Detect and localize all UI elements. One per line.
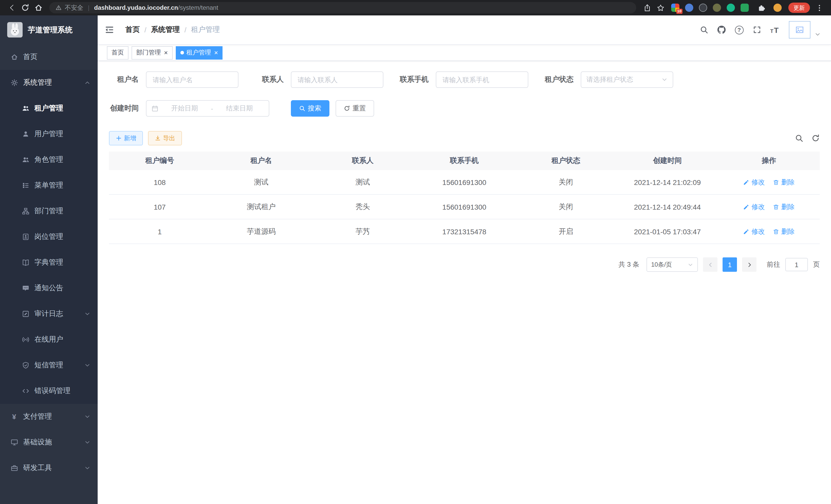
extension-icon-blue[interactable] xyxy=(685,4,693,12)
sidebar-item-error-code[interactable]: 错误码管理 xyxy=(0,378,98,404)
bookmark-star-icon[interactable] xyxy=(654,1,667,14)
edit-link[interactable]: 修改 xyxy=(743,178,765,187)
tab-home[interactable]: 首页 xyxy=(107,46,128,59)
extension-icon-teal-square[interactable] xyxy=(741,4,749,12)
address-bar[interactable]: 不安全 | dashboard.yudao.iocoder.cn/system/… xyxy=(49,2,636,13)
browser-refresh-icon[interactable] xyxy=(19,1,32,14)
column-header: 联系手机 xyxy=(413,152,515,170)
header-actions: ? TT xyxy=(700,21,821,38)
url-text: dashboard.yudao.iocoder.cn/system/tenant xyxy=(94,4,218,11)
extensions-puzzle-icon[interactable] xyxy=(754,1,768,14)
search-icon xyxy=(299,105,305,112)
page-size-value: 10条/页 xyxy=(651,260,672,269)
tab-dept[interactable]: 部门管理× xyxy=(132,46,172,59)
sidebar-item-user[interactable]: 用户管理 xyxy=(0,121,98,147)
breadcrumb-home[interactable]: 首页 xyxy=(125,25,140,34)
sidebar-item-online-user[interactable]: 在线用户 xyxy=(0,327,98,352)
tab-close-icon[interactable]: × xyxy=(164,49,168,56)
toolbar-right xyxy=(795,134,820,142)
sidebar-item-payment[interactable]: ¥ 支付管理 xyxy=(0,404,98,429)
export-button[interactable]: 导出 xyxy=(148,131,182,145)
tab-tenant[interactable]: 租户管理× xyxy=(175,46,223,59)
github-icon[interactable] xyxy=(717,26,725,34)
fullscreen-icon[interactable] xyxy=(753,26,761,34)
chevron-down-icon xyxy=(84,414,90,420)
extension-icon-colorful[interactable]: 10 xyxy=(671,4,679,12)
sidebar-item-dict[interactable]: 字典管理 xyxy=(0,250,98,275)
help-icon[interactable]: ? xyxy=(735,25,743,34)
search-button[interactable]: 搜索 xyxy=(291,100,329,117)
share-icon[interactable] xyxy=(640,1,654,14)
user-menu-caret-icon[interactable] xyxy=(814,31,821,37)
chevron-up-icon xyxy=(84,80,90,86)
header-search-icon[interactable] xyxy=(700,26,708,34)
sidebar-item-devtools[interactable]: 研发工具 xyxy=(0,455,98,481)
tab-close-icon[interactable]: × xyxy=(214,49,218,56)
sidebar-item-post[interactable]: 岗位管理 xyxy=(0,224,98,250)
browser-menu-dots-icon[interactable] xyxy=(812,1,826,14)
book-icon xyxy=(22,259,29,266)
refresh-icon xyxy=(344,105,350,112)
breadcrumb-system[interactable]: 系统管理 xyxy=(151,25,180,34)
broken-image-icon xyxy=(796,26,804,34)
page-size-select[interactable]: 10条/页 xyxy=(647,258,698,272)
sidebar-item-audit-log[interactable]: 审计日志 xyxy=(0,301,98,327)
breadcrumb-separator: / xyxy=(144,26,146,34)
trash-icon xyxy=(773,204,779,210)
monitor-icon xyxy=(10,439,18,446)
sidebar-item-sms[interactable]: 短信管理 xyxy=(0,352,98,378)
calendar-icon xyxy=(152,105,158,112)
hamburger-icon[interactable] xyxy=(105,25,114,34)
browser-back-icon[interactable] xyxy=(5,1,19,14)
tab-label: 部门管理 xyxy=(136,48,161,57)
user-avatar[interactable] xyxy=(789,21,810,38)
font-size-icon[interactable]: TT xyxy=(770,25,779,34)
extension-icon-olive[interactable] xyxy=(713,4,721,12)
extension-icon-dark-ring[interactable] xyxy=(699,4,707,12)
edit-link[interactable]: 修改 xyxy=(743,227,765,236)
phone-input[interactable] xyxy=(436,71,528,88)
extension-icon-green[interactable] xyxy=(727,4,735,12)
date-range-picker[interactable]: 开始日期 - 结束日期 xyxy=(146,100,269,117)
app-header: 首页 / 系统管理 / 租户管理 ? TT xyxy=(98,16,831,45)
toggle-search-icon[interactable] xyxy=(795,134,803,142)
start-date-placeholder: 开始日期 xyxy=(160,104,209,113)
status-select[interactable]: 请选择租户状态 xyxy=(581,71,673,88)
trash-icon xyxy=(773,179,779,185)
reset-button[interactable]: 重置 xyxy=(336,100,374,117)
sidebar-item-dept[interactable]: 部门管理 xyxy=(0,198,98,224)
table-toolbar: 新增 导出 xyxy=(109,131,820,145)
cell-actions: 修改 删除 xyxy=(718,219,820,243)
next-page-button[interactable] xyxy=(742,258,756,272)
sidebar-item-notice[interactable]: 通知公告 xyxy=(0,275,98,301)
id-badge-icon xyxy=(22,233,29,241)
signal-icon xyxy=(22,336,29,344)
sidebar-item-home[interactable]: 首页 xyxy=(0,44,98,70)
delete-link[interactable]: 删除 xyxy=(773,178,795,187)
sidebar-item-role[interactable]: 角色管理 xyxy=(0,147,98,173)
tenant-name-input[interactable] xyxy=(146,71,238,88)
browser-home-icon[interactable] xyxy=(32,1,45,14)
cell-contact: 测试 xyxy=(312,170,413,194)
main-area: 首页 / 系统管理 / 租户管理 ? TT 首页 部门 xyxy=(98,16,831,504)
roles-icon xyxy=(22,156,29,164)
goto-page-input[interactable] xyxy=(785,258,808,271)
chrome-update-button[interactable]: 更新 xyxy=(789,3,810,13)
contact-label: 联系人 xyxy=(254,75,284,84)
edit-link[interactable]: 修改 xyxy=(743,202,765,211)
cell-tenant-id: 108 xyxy=(109,170,210,194)
pencil-icon xyxy=(743,179,749,185)
delete-link[interactable]: 删除 xyxy=(773,227,795,236)
sidebar-item-system[interactable]: 系统管理 xyxy=(0,70,98,95)
sidebar-item-tenant[interactable]: 租户管理 xyxy=(0,95,98,121)
prev-page-button[interactable] xyxy=(703,258,717,272)
delete-link[interactable]: 删除 xyxy=(773,202,795,211)
add-button[interactable]: 新增 xyxy=(109,131,143,145)
contact-input[interactable] xyxy=(291,71,383,88)
refresh-table-icon[interactable] xyxy=(811,134,820,142)
sidebar-item-infra[interactable]: 基础设施 xyxy=(0,429,98,455)
page-number-button[interactable]: 1 xyxy=(722,258,737,272)
browser-profile-avatar[interactable] xyxy=(773,4,782,12)
sidebar-item-menu[interactable]: 菜单管理 xyxy=(0,173,98,198)
chevron-down-icon xyxy=(84,311,90,317)
